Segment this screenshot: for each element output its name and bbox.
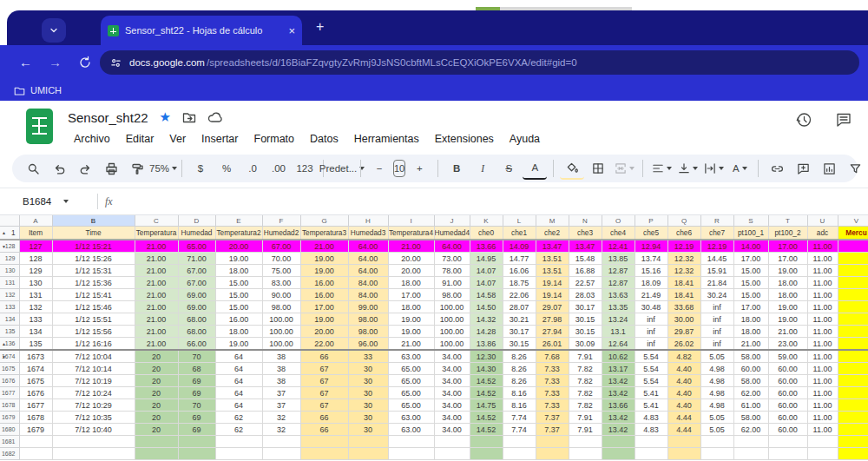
cell-B131[interactable]: 1/12 15:36 bbox=[52, 277, 135, 289]
cell-O135[interactable]: 13.1 bbox=[602, 326, 635, 338]
field-header-Temperatura2[interactable]: Temperatura2 bbox=[215, 227, 262, 240]
cell-I1675[interactable]: 65.00 bbox=[388, 363, 434, 375]
cell-O1676[interactable]: 13.42 bbox=[602, 375, 635, 387]
row-number-129[interactable]: 129 bbox=[0, 253, 19, 265]
cell-N1677[interactable]: 7.82 bbox=[569, 387, 602, 399]
cell-T1679[interactable]: 60.00 bbox=[768, 412, 807, 424]
cell-D1680[interactable]: 69 bbox=[178, 424, 215, 436]
cell-E130[interactable]: 18.00 bbox=[215, 265, 262, 277]
cell-G1682[interactable] bbox=[300, 448, 348, 460]
cell-J1676[interactable]: 34.00 bbox=[434, 375, 470, 387]
cell-B129[interactable]: 1/12 15:26 bbox=[52, 253, 135, 265]
cell-P1675[interactable]: 5.54 bbox=[635, 363, 667, 375]
cell-A131[interactable]: 130 bbox=[19, 277, 52, 289]
cell-L129[interactable]: 14.77 bbox=[503, 253, 536, 265]
cell-A128[interactable]: 127 bbox=[19, 240, 52, 253]
cell-S134[interactable]: 18.00 bbox=[733, 313, 768, 326]
cell-S1674[interactable]: 58.00 bbox=[733, 350, 768, 363]
search-button[interactable] bbox=[21, 158, 45, 179]
star-icon[interactable]: ★ bbox=[160, 109, 171, 125]
field-header-Temperatura[interactable]: Temperatura bbox=[135, 227, 178, 240]
cell-P1682[interactable] bbox=[635, 448, 667, 460]
cell-G1680[interactable]: 66 bbox=[300, 424, 348, 436]
cell-E1678[interactable]: 64 bbox=[215, 399, 262, 412]
cell-P1677[interactable]: 5.41 bbox=[635, 387, 667, 399]
cell-V130[interactable] bbox=[838, 265, 868, 277]
cell-N135[interactable]: 30.15 bbox=[569, 326, 602, 338]
cell-Q129[interactable]: 12.32 bbox=[667, 253, 700, 265]
redo-button[interactable] bbox=[73, 158, 97, 179]
cell-S1675[interactable]: 60.00 bbox=[733, 363, 768, 375]
cell-H1675[interactable]: 30 bbox=[348, 363, 388, 375]
cell-T1682[interactable] bbox=[768, 448, 807, 460]
cell-S1682[interactable] bbox=[733, 448, 768, 460]
column-header-G[interactable]: G bbox=[300, 215, 348, 227]
field-header-Item[interactable]: Item bbox=[19, 227, 52, 240]
cell-T1675[interactable]: 60.00 bbox=[768, 363, 807, 375]
cell-B1681[interactable] bbox=[52, 436, 135, 448]
column-header-I[interactable]: I bbox=[388, 215, 434, 227]
cell-R1677[interactable]: 4.98 bbox=[700, 387, 733, 399]
cell-E132[interactable]: 15.00 bbox=[215, 289, 262, 301]
cell-E129[interactable]: 19.00 bbox=[215, 253, 262, 265]
cell-S130[interactable]: 15.00 bbox=[733, 265, 768, 277]
cell-J1678[interactable]: 34.00 bbox=[434, 399, 470, 412]
column-header-H[interactable]: H bbox=[348, 215, 388, 227]
cell-P132[interactable]: 21.49 bbox=[635, 289, 667, 301]
cell-R129[interactable]: 14.45 bbox=[700, 253, 733, 265]
cell-T1677[interactable]: 60.00 bbox=[768, 387, 807, 399]
field-header-Time[interactable]: Time bbox=[52, 227, 135, 240]
strikethrough-button[interactable]: S bbox=[496, 158, 521, 179]
row-number-1681[interactable]: 1681 bbox=[0, 436, 19, 448]
cell-V132[interactable] bbox=[838, 289, 868, 301]
bold-button[interactable]: B bbox=[444, 158, 469, 179]
row-number-1676[interactable]: 1676 bbox=[0, 375, 19, 387]
back-button[interactable]: ← bbox=[19, 53, 32, 72]
cell-C1674[interactable]: 20 bbox=[135, 350, 178, 363]
cell-H1674[interactable]: 33 bbox=[348, 350, 388, 363]
cell-T128[interactable]: 17.00 bbox=[768, 240, 807, 253]
cell-A1675[interactable]: 1674 bbox=[19, 363, 52, 375]
formula-input[interactable] bbox=[113, 188, 868, 214]
cell-Q1679[interactable]: 4.44 bbox=[667, 412, 700, 424]
menu-formato[interactable]: Formato bbox=[247, 130, 303, 148]
cell-D129[interactable]: 71.00 bbox=[178, 253, 215, 265]
cell-M1682[interactable] bbox=[536, 448, 569, 460]
cell-F1680[interactable]: 32 bbox=[262, 424, 300, 436]
cell-S1678[interactable]: 61.00 bbox=[733, 399, 768, 412]
cell-F128[interactable]: 67.00 bbox=[262, 240, 300, 253]
cell-T129[interactable]: 17.00 bbox=[768, 253, 807, 265]
cell-C132[interactable]: 21.00 bbox=[135, 289, 178, 301]
cell-J1674[interactable]: 34.00 bbox=[434, 350, 470, 363]
cell-U131[interactable]: 11.00 bbox=[807, 277, 838, 289]
cell-L1674[interactable]: 8.26 bbox=[503, 350, 536, 363]
cell-Q1681[interactable] bbox=[667, 436, 700, 448]
cell-M130[interactable]: 13.51 bbox=[536, 265, 569, 277]
cell-R1674[interactable]: 5.05 bbox=[700, 350, 733, 363]
cell-A129[interactable]: 128 bbox=[19, 253, 52, 265]
cell-B1677[interactable]: 7/12 10:24 bbox=[52, 387, 135, 399]
cell-E1680[interactable]: 62 bbox=[215, 424, 262, 436]
cell-N1680[interactable]: 7.91 bbox=[569, 424, 602, 436]
cell-K1679[interactable]: 14.52 bbox=[470, 412, 503, 424]
cell-V1674[interactable] bbox=[838, 350, 868, 363]
cell-R1676[interactable]: 4.98 bbox=[700, 375, 733, 387]
insert-link-button[interactable] bbox=[765, 158, 789, 179]
field-header-che3[interactable]: che3 bbox=[569, 227, 602, 240]
cell-N1676[interactable]: 7.82 bbox=[569, 375, 602, 387]
cell-R136[interactable]: inf bbox=[700, 338, 733, 351]
cell-D1677[interactable]: 69 bbox=[178, 387, 215, 399]
cell-F136[interactable]: 100.00 bbox=[262, 338, 300, 351]
column-header-U[interactable]: U bbox=[807, 215, 838, 227]
cell-C133[interactable]: 21.00 bbox=[135, 301, 178, 313]
cell-V131[interactable] bbox=[838, 277, 868, 289]
cell-R1681[interactable] bbox=[700, 436, 733, 448]
row-number-135[interactable]: 135 bbox=[0, 326, 19, 338]
bookmark-folder-umich[interactable]: UMICH bbox=[30, 85, 62, 95]
cell-A1681[interactable] bbox=[19, 436, 52, 448]
cell-G134[interactable]: 19.00 bbox=[300, 313, 348, 326]
field-header-Temperatura4[interactable]: Temperatura4 bbox=[388, 227, 434, 240]
cell-H134[interactable]: 98.00 bbox=[348, 313, 388, 326]
address-bar[interactable]: docs.google.com /spreadsheets/d/16BiaFZq… bbox=[100, 50, 859, 75]
cell-N1675[interactable]: 7.82 bbox=[569, 363, 602, 375]
